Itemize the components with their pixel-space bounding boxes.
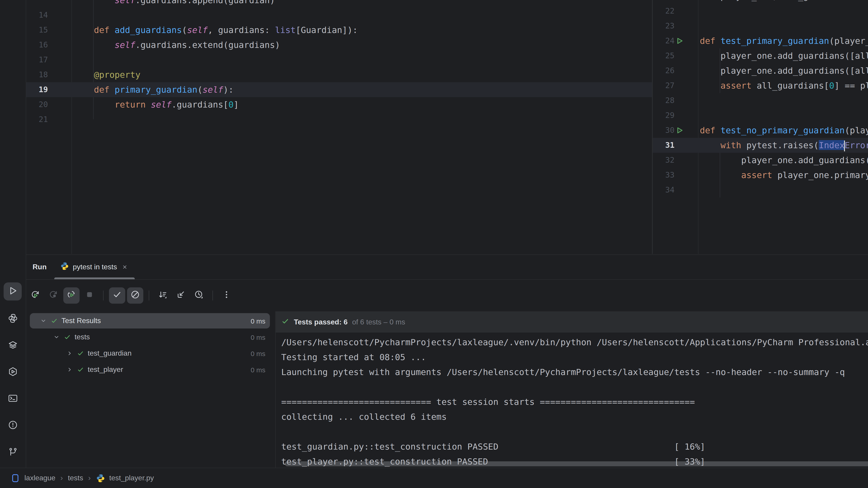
stripe-item-python-packages[interactable] <box>4 337 22 355</box>
code-line[interactable]: 30def test_no_primary_guardian(player_on… <box>653 123 868 138</box>
test-duration: 0 ms <box>251 366 266 373</box>
stripe-item-terminal[interactable] <box>4 390 22 408</box>
code-line[interactable]: 23 <box>653 19 868 33</box>
console-output-line: collecting ... collected 6 items <box>281 410 868 424</box>
line-number[interactable]: 20 <box>26 97 48 112</box>
stripe-item-services[interactable] <box>4 363 22 381</box>
close-tab-icon[interactable] <box>121 263 129 271</box>
line-number[interactable]: 29 <box>653 108 675 123</box>
line-number[interactable]: 32 <box>653 153 675 168</box>
python-logo-icon <box>60 262 69 272</box>
toggle-auto-test-button[interactable] <box>63 287 80 304</box>
code-line[interactable]: 19 def primary_guardian(self): <box>26 82 652 97</box>
test-tree-row[interactable]: test_player0 ms <box>26 361 275 378</box>
line-number[interactable]: 17 <box>26 53 48 67</box>
breadcrumb-item[interactable]: test_player.py <box>96 473 154 483</box>
run-test-icon[interactable] <box>675 126 684 135</box>
line-number[interactable]: 14 <box>26 8 48 23</box>
code-line[interactable]: 25 player_one.add_guardians([all_guardia… <box>653 48 868 63</box>
test-history-button[interactable] <box>191 287 207 304</box>
code-text: player_one.add_guardians([all_guardians[… <box>700 63 868 78</box>
rerun-failed-tests-button[interactable] <box>45 287 61 304</box>
line-number[interactable]: 28 <box>653 93 675 108</box>
run-configuration-tab[interactable]: pytest in tests <box>54 255 135 279</box>
code-line[interactable]: 28 <box>653 93 868 108</box>
line-number[interactable]: 33 <box>653 168 675 183</box>
code-text: def test_primary_guardian(player_one, gu… <box>700 33 868 48</box>
editor-pane-test-player-py[interactable]: player_one, all_guardians222324def test_… <box>653 0 868 254</box>
code-line[interactable]: 14 <box>26 8 652 23</box>
console-output[interactable]: /Users/helenscott/PycharmProjects/laxlea… <box>281 335 868 468</box>
line-number[interactable]: 24 <box>653 33 675 48</box>
stripe-item-problems[interactable] <box>4 417 22 435</box>
line-number[interactable]: 21 <box>26 112 48 127</box>
line-number[interactable]: 30 <box>653 123 675 138</box>
test-tree-row[interactable]: test_guardian0 ms <box>26 345 275 361</box>
more-options-button[interactable] <box>218 287 235 304</box>
code-line[interactable]: 26 player_one.add_guardians([all_guardia… <box>653 63 868 78</box>
run-tab-label: pytest in tests <box>73 263 117 271</box>
code-line[interactable]: 34 <box>653 183 868 197</box>
code-text: player_one.add_guardians([all_guardians[… <box>700 48 868 63</box>
breadcrumb-item[interactable]: tests <box>68 474 83 482</box>
stripe-item-python-console[interactable] <box>4 310 22 328</box>
stripe-item-version-control[interactable] <box>4 444 22 462</box>
code-line[interactable]: 33 assert player_one.primary_guardian <box>653 168 868 183</box>
code-line[interactable]: player_one, all_guardians <box>653 0 868 4</box>
line-number[interactable]: 22 <box>653 4 675 19</box>
kebab-icon <box>221 290 231 301</box>
line-number[interactable]: 18 <box>26 67 48 82</box>
run-play-icon <box>7 285 18 297</box>
show-ignored-button[interactable] <box>127 287 143 304</box>
code-line[interactable]: 27 assert all_guardians[0] == player_one… <box>653 78 868 93</box>
stop-button[interactable] <box>81 287 98 304</box>
layers-icon <box>7 339 18 352</box>
editor-area: self.guardians.append(guardian)1415 def … <box>26 0 868 254</box>
line-number[interactable]: 19 <box>26 82 48 97</box>
breadcrumb-item[interactable]: laxleague <box>11 473 55 483</box>
editor-pane-player-py[interactable]: self.guardians.append(guardian)1415 def … <box>26 0 652 254</box>
line-number[interactable]: 25 <box>653 48 675 63</box>
toolbar-divider <box>213 291 213 300</box>
code-line[interactable]: 21 <box>26 112 652 127</box>
import-tests-button[interactable] <box>173 287 189 304</box>
code-line[interactable]: 15 def add_guardians(self, guardians: li… <box>26 23 652 37</box>
sort-by-duration-button[interactable] <box>155 287 171 304</box>
line-number[interactable]: 16 <box>26 37 48 53</box>
line-number[interactable]: 26 <box>653 63 675 78</box>
line-number[interactable]: 27 <box>653 78 675 93</box>
status-bar: laxleague›tests›test_player.py <box>0 468 868 488</box>
code-line[interactable]: 18 @property <box>26 67 652 82</box>
rerun-tests-button[interactable] <box>27 287 43 304</box>
code-line[interactable]: 24def test_primary_guardian(player_one, … <box>653 33 868 48</box>
show-passed-button[interactable] <box>109 287 125 304</box>
git-branch-icon <box>7 447 18 459</box>
stripe-item-run-tool-window[interactable] <box>4 283 22 300</box>
sort-icon <box>158 290 168 301</box>
test-tree-row[interactable]: Test Results0 ms <box>26 313 275 329</box>
code-line[interactable]: 29 <box>653 108 868 123</box>
line-number[interactable]: 31 <box>653 138 675 153</box>
console-output-line: /Users/helenscott/PycharmProjects/laxlea… <box>281 335 868 350</box>
chevron-down-icon[interactable] <box>53 333 60 341</box>
test-duration: 0 ms <box>251 350 266 357</box>
chevron-down-icon[interactable] <box>40 317 47 324</box>
run-test-icon[interactable] <box>675 37 684 45</box>
code-line[interactable]: 31 with pytest.raises(IndexError): <box>653 138 868 153</box>
breadcrumb-label: test_player.py <box>109 474 154 482</box>
code-text: self.guardians.extend(guardians) <box>73 37 280 53</box>
line-number[interactable]: 15 <box>26 23 48 37</box>
code-line[interactable]: 32 player_one.add_guardians([]) <box>653 153 868 168</box>
code-line[interactable]: self.guardians.append(guardian) <box>26 0 652 8</box>
chevron-right-icon[interactable] <box>66 366 73 373</box>
code-line[interactable]: 16 self.guardians.extend(guardians) <box>26 37 652 53</box>
code-line[interactable]: 17 <box>26 53 652 67</box>
line-number[interactable]: 23 <box>653 19 675 33</box>
test-passed-icon <box>51 317 58 324</box>
test-tree-row[interactable]: tests0 ms <box>26 329 275 345</box>
code-line[interactable]: 20 return self.guardians[0] <box>26 97 652 112</box>
chevron-right-icon[interactable] <box>66 350 73 357</box>
code-line[interactable]: 22 <box>653 4 868 19</box>
console-horizontal-scrollbar[interactable] <box>285 461 868 466</box>
line-number[interactable]: 34 <box>653 183 675 197</box>
